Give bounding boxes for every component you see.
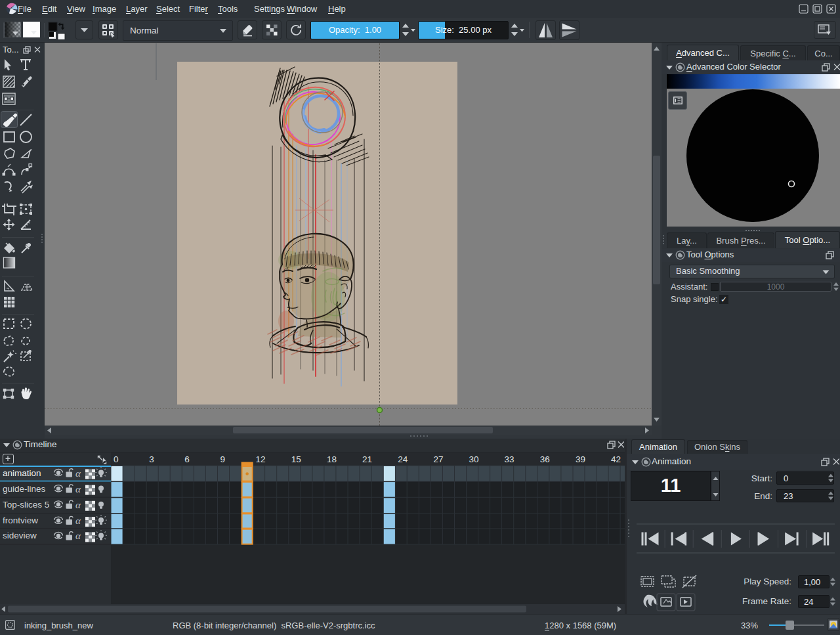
svg-text:33: 33 — [505, 454, 514, 464]
svg-text:15: 15 — [291, 454, 301, 464]
svg-text:α: α — [75, 500, 81, 510]
svg-text:α: α — [75, 468, 81, 479]
svg-text:24: 24 — [398, 454, 408, 464]
svg-text:18: 18 — [327, 454, 337, 464]
svg-text:α: α — [75, 531, 81, 541]
svg-text:6: 6 — [184, 454, 190, 464]
svg-text:39: 39 — [576, 454, 585, 464]
svg-text:α: α — [75, 515, 81, 526]
svg-text:36: 36 — [540, 454, 550, 464]
svg-text:3: 3 — [149, 454, 154, 464]
svg-text:12: 12 — [256, 454, 266, 464]
svg-text:42: 42 — [611, 454, 621, 464]
svg-text:27: 27 — [433, 454, 443, 464]
svg-text:21: 21 — [362, 454, 372, 464]
svg-text:0: 0 — [114, 454, 119, 464]
svg-text:30: 30 — [469, 454, 479, 464]
svg-text:9: 9 — [220, 454, 226, 464]
svg-text:α: α — [75, 484, 81, 494]
